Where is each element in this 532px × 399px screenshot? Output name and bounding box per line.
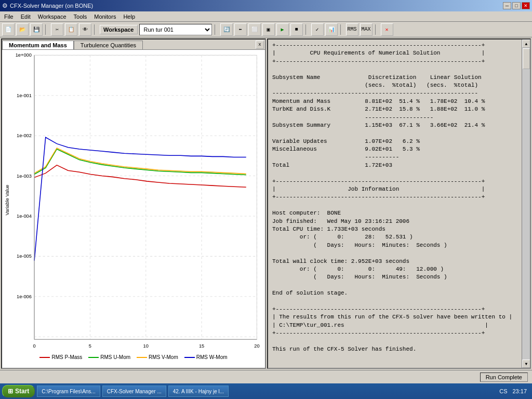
svg-text:1e+000: 1e+000 xyxy=(16,52,32,58)
tab-momentum[interactable]: Momentum and Mass xyxy=(2,41,74,49)
svg-text:1e-006: 1e-006 xyxy=(17,294,32,299)
title-bar-left: ⚙ CFX-Solver Manager (on BONE) xyxy=(2,2,93,9)
scroll-down-button[interactable]: ▼ xyxy=(522,360,530,368)
right-scrollbar[interactable]: ▲ ▼ xyxy=(522,39,530,368)
tb-sep5 xyxy=(340,24,343,35)
workspace-label: Workspace xyxy=(100,25,138,34)
title-bar-text: CFX-Solver Manager (on BONE) xyxy=(10,3,93,9)
tb-run-button[interactable]: ▶ xyxy=(276,23,289,36)
main-area: Momentum and Mass Turbulence Quantities … xyxy=(0,37,532,370)
legend-p-mass: RMS P-Mass xyxy=(39,354,82,360)
minimize-button[interactable]: ─ xyxy=(503,2,511,9)
tb-btn5[interactable]: 📋 xyxy=(65,23,77,36)
svg-text:15: 15 xyxy=(199,343,204,349)
legend-line-v-mom xyxy=(137,357,147,358)
tb-import-button[interactable]: ⬜ xyxy=(248,23,261,36)
svg-text:1e-002: 1e-002 xyxy=(17,133,32,138)
taskbar-right: CS 23:17 xyxy=(499,388,530,394)
title-bar: ⚙ CFX-Solver Manager (on BONE) ─ □ ✕ xyxy=(0,0,532,11)
tb-check-button[interactable]: ✓ xyxy=(311,23,324,36)
tb-sep6 xyxy=(375,24,378,35)
taskbar-item-1[interactable]: CFX-Solver Manager ... xyxy=(102,385,166,397)
right-panel: +---------------------------------------… xyxy=(267,38,531,369)
legend-label-w-mom: RMS W-Mom xyxy=(196,354,228,360)
tb-refresh-button[interactable]: 🔄 xyxy=(220,23,233,36)
legend-line-w-mom xyxy=(184,357,195,358)
start-icon: ⊞ xyxy=(8,388,13,395)
scroll-thumb[interactable] xyxy=(523,48,530,69)
menu-help[interactable]: Help xyxy=(120,13,138,20)
chart-svg: 1e+000 1e-001 1e-002 1e-003 1e-004 1e-00… xyxy=(2,50,265,350)
menu-monitors[interactable]: Monitors xyxy=(91,13,119,20)
menu-workspace[interactable]: Workspace xyxy=(35,13,70,20)
legend-label-v-mom: RMS V-Mom xyxy=(149,354,178,360)
tb-btn14[interactable]: MAX xyxy=(360,23,373,36)
scroll-track[interactable] xyxy=(522,48,530,360)
svg-text:Variable Value: Variable Value xyxy=(5,185,10,216)
menu-edit[interactable]: Edit xyxy=(18,13,34,20)
legend-line-p-mass xyxy=(39,357,50,358)
tb-btn13[interactable]: RMS xyxy=(346,23,358,36)
system-tray: CS xyxy=(499,388,507,394)
svg-text:0: 0 xyxy=(33,343,35,349)
tb-open-button[interactable]: 📂 xyxy=(16,23,29,36)
tb-sep2 xyxy=(94,24,97,35)
toolbar: 📄 📂 💾 ✂ 📋 👁 Workspace Run tur 001 🔄 ⬅ ⬜ … xyxy=(0,22,532,37)
start-label: Start xyxy=(15,388,29,395)
svg-text:1e-003: 1e-003 xyxy=(17,174,32,179)
legend-label-u-mom: RMS U-Mom xyxy=(100,354,130,360)
menu-tools[interactable]: Tools xyxy=(71,13,90,20)
chart-legend: RMS P-Mass RMS U-Mom RMS V-Mom RMS W-Mom xyxy=(2,352,265,362)
panel-tabs: Momentum and Mass Turbulence Quantities … xyxy=(2,39,265,50)
tb-btn6[interactable]: 👁 xyxy=(79,23,91,36)
tb-sep4 xyxy=(305,24,309,35)
taskbar-clock: 23:17 xyxy=(509,388,530,394)
panel-close-button[interactable]: x xyxy=(256,41,264,49)
left-panel: Momentum and Mass Turbulence Quantities … xyxy=(1,38,266,369)
legend-label-p-mass: RMS P-Mass xyxy=(51,354,82,360)
title-bar-controls: ─ □ ✕ xyxy=(503,2,530,9)
legend-u-mom: RMS U-Mom xyxy=(88,354,130,360)
menu-bar: File Edit Workspace Tools Monitors Help xyxy=(0,11,532,22)
tb-stop-button[interactable]: ■ xyxy=(290,23,303,36)
svg-text:1e-004: 1e-004 xyxy=(17,214,32,219)
svg-text:1e-001: 1e-001 xyxy=(17,93,32,98)
scroll-up-button[interactable]: ▲ xyxy=(522,39,530,48)
taskbar: ⊞ Start C:\Program Files\Ans... CFX-Solv… xyxy=(0,383,532,399)
chart-area: 1e+000 1e-001 1e-002 1e-003 1e-004 1e-00… xyxy=(2,50,265,366)
maximize-button[interactable]: □ xyxy=(512,2,521,9)
run-dropdown[interactable]: Run tur 001 xyxy=(139,24,212,35)
tb-new-button[interactable]: 📄 xyxy=(2,23,15,36)
tb-save-button[interactable]: 💾 xyxy=(30,23,43,36)
close-button[interactable]: ✕ xyxy=(522,2,530,9)
menu-file[interactable]: File xyxy=(1,13,17,20)
output-text: +---------------------------------------… xyxy=(268,39,522,368)
start-button[interactable]: ⊞ Start xyxy=(2,385,35,397)
svg-text:10: 10 xyxy=(143,343,149,349)
legend-line-u-mom xyxy=(88,357,99,358)
tb-sep1 xyxy=(45,24,48,35)
svg-text:1e-005: 1e-005 xyxy=(17,254,32,259)
status-complete: Run Complete xyxy=(480,373,528,382)
tb-sep3 xyxy=(215,24,218,35)
app-icon: ⚙ xyxy=(2,2,8,9)
tab-turbulence[interactable]: Turbulence Quantities xyxy=(74,41,143,49)
tb-btn4[interactable]: ✂ xyxy=(51,23,63,36)
legend-w-mom: RMS W-Mom xyxy=(184,354,228,360)
svg-text:20: 20 xyxy=(254,343,259,349)
legend-v-mom: RMS V-Mom xyxy=(137,354,178,360)
svg-text:5: 5 xyxy=(89,343,91,349)
tb-btn12[interactable]: 📊 xyxy=(325,23,338,36)
taskbar-item-2[interactable]: 42. A IIIK - Hajny je l... xyxy=(168,385,229,397)
tb-close-button[interactable]: ✕ xyxy=(381,23,393,36)
tb-export-button[interactable]: ▣ xyxy=(262,23,275,36)
taskbar-item-0[interactable]: C:\Program Files\Ans... xyxy=(37,385,100,397)
status-bar: Run Complete xyxy=(0,370,532,383)
tb-btn8[interactable]: ⬅ xyxy=(234,23,247,36)
